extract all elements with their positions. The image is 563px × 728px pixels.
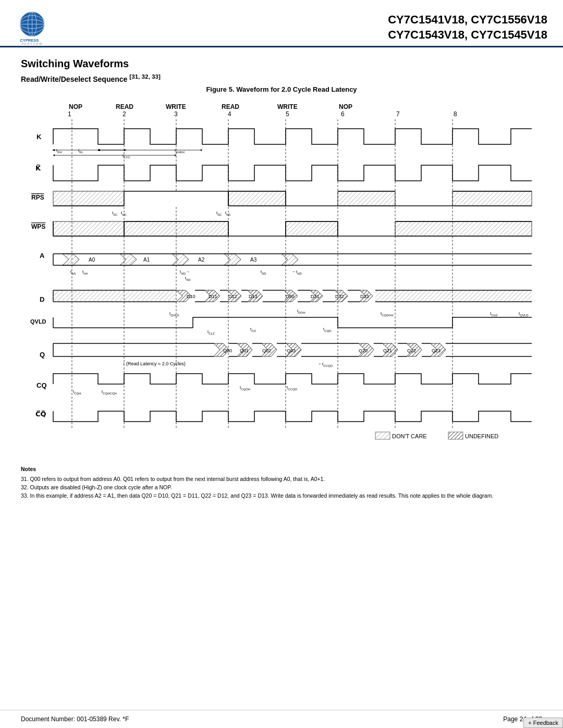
svg-text:Q01: Q01 <box>240 348 249 353</box>
svg-text:K: K <box>36 133 42 141</box>
svg-text:Q: Q <box>40 351 45 359</box>
note-32: 32. Outputs are disabled (High-Z) one cl… <box>21 484 542 492</box>
svg-text:tCYC: tCYC <box>123 153 131 159</box>
svg-text:READ: READ <box>222 103 239 110</box>
svg-rect-71 <box>286 221 338 236</box>
svg-text:tCLZ: tCLZ <box>207 329 215 335</box>
svg-text:Q20: Q20 <box>359 348 368 353</box>
svg-text:↑ (Read Latency = 2.0 Cycles): ↑ (Read Latency = 2.0 Cycles) <box>123 361 186 366</box>
svg-text:D33: D33 <box>360 294 369 299</box>
svg-text:DON'T CARE: DON'T CARE <box>392 433 427 439</box>
note-31: 31. Q00 refers to output from address A0… <box>21 475 542 484</box>
svg-text:tSC: tSC <box>216 211 222 216</box>
svg-text:D30: D30 <box>286 294 295 299</box>
svg-text:A: A <box>40 252 45 260</box>
svg-text:A1: A1 <box>143 257 150 263</box>
svg-rect-114 <box>375 290 532 302</box>
svg-text:RPS: RPS <box>31 194 44 201</box>
document-title: CY7C1541V18, CY7C1556V18 CY7C1543V18, CY… <box>78 13 547 42</box>
svg-text:C̅Q̅: C̅Q̅ <box>35 410 46 418</box>
svg-text:CYPRESS: CYPRESS <box>20 38 39 43</box>
svg-text:WRITE: WRITE <box>166 103 186 110</box>
svg-rect-56 <box>228 191 286 206</box>
page-header: CYPRESS P E R F O R M CY7C1541V18, CY7C1… <box>0 0 563 47</box>
svg-marker-82 <box>172 254 189 265</box>
svg-text:D12: D12 <box>228 294 237 299</box>
svg-text:Q23: Q23 <box>432 348 440 353</box>
svg-text:tDOH: tDOH <box>297 309 305 314</box>
svg-text:3: 3 <box>174 110 178 118</box>
svg-marker-84 <box>224 254 241 265</box>
svg-text:5: 5 <box>286 110 289 118</box>
svg-text:tCQH: tCQH <box>73 389 81 395</box>
subsection-title: Read/Write/Deselect Sequence [31, 32, 33… <box>21 73 542 83</box>
svg-rect-60 <box>452 191 532 206</box>
svg-marker-86 <box>282 254 298 265</box>
svg-text:8: 8 <box>454 110 457 118</box>
svg-text:tSC: tSC <box>112 211 118 216</box>
figure-caption: Figure 5. Waveform for 2.0 Cycle Read La… <box>21 85 542 93</box>
svg-text:D13: D13 <box>249 294 258 299</box>
svg-text:tKH: tKH <box>56 148 62 154</box>
svg-text:D: D <box>40 295 44 303</box>
svg-marker-44 <box>53 154 55 156</box>
waveform-diagram: NOP 1 READ 2 WRITE 3 READ 4 WRITE 5 NOP … <box>21 98 542 455</box>
page-footer: Document Number: 001-05389 Rev. *F Page … <box>0 710 563 728</box>
svg-marker-45 <box>175 154 176 156</box>
svg-text:←tHD: ←tHD <box>292 269 302 275</box>
svg-text:tCQDOH: tCQDOH <box>381 311 394 317</box>
svg-text:D32: D32 <box>335 294 344 299</box>
svg-rect-52 <box>53 191 124 206</box>
title-line1: CY7C1541V18, CY7C1556V18 <box>388 13 547 26</box>
svg-text:D31: D31 <box>311 294 320 299</box>
svg-marker-78 <box>63 254 79 265</box>
svg-text:Q00: Q00 <box>223 348 232 353</box>
svg-text:tSA: tSA <box>70 269 76 275</box>
svg-text:2: 2 <box>123 110 126 118</box>
svg-rect-187 <box>375 432 390 439</box>
section-title: Switching Waveforms <box>21 58 542 70</box>
svg-rect-72 <box>395 221 532 236</box>
svg-rect-58 <box>338 191 395 206</box>
svg-text:CQ: CQ <box>36 381 47 389</box>
svg-text:tCHZ: tCHZ <box>490 311 498 317</box>
svg-text:tCQOH: tCQOH <box>240 385 250 391</box>
svg-text:←tCCQO: ←tCCQO <box>318 362 333 367</box>
svg-text:tKL: tKL <box>78 148 83 154</box>
svg-text:tSD: tSD <box>261 269 266 275</box>
svg-text:K̅: K̅ <box>35 164 41 172</box>
svg-text:WPS: WPS <box>31 223 45 230</box>
main-content: Switching Waveforms Read/Write/Deselect … <box>0 47 563 505</box>
svg-rect-67 <box>53 221 124 236</box>
svg-text:tSD: tSD <box>185 276 191 281</box>
svg-text:tCO: tCO <box>250 327 256 332</box>
svg-marker-49 <box>201 149 202 151</box>
svg-text:tCQHCQH: tCQHCQH <box>102 389 117 395</box>
svg-text:Q22: Q22 <box>407 348 416 353</box>
svg-text:tQVLD: tQVLD <box>519 311 529 317</box>
svg-text:Q03: Q03 <box>287 348 296 353</box>
svg-text:D11: D11 <box>209 294 217 299</box>
feedback-button[interactable]: + Feedback <box>523 718 563 728</box>
svg-text:Q21: Q21 <box>383 348 392 353</box>
document-number: Document Number: 001-05389 Rev. *F <box>21 715 129 723</box>
svg-text:NOP: NOP <box>69 103 82 110</box>
svg-text:P E R F O R M: P E R F O R M <box>22 42 42 45</box>
svg-text:6: 6 <box>341 110 345 118</box>
svg-text:A3: A3 <box>250 257 257 263</box>
svg-text:WRITE: WRITE <box>277 103 298 110</box>
svg-marker-37 <box>52 149 55 151</box>
notes-title: Notes <box>21 465 542 474</box>
note-33: 33. In this example, if address A2 = A1,… <box>21 492 542 500</box>
svg-text:tHA: tHA <box>82 269 88 275</box>
svg-text:A2: A2 <box>198 257 205 263</box>
svg-text:D10: D10 <box>187 294 195 299</box>
svg-rect-189 <box>448 432 463 439</box>
notes-section: Notes 31. Q00 refers to output from addr… <box>21 465 542 500</box>
svg-text:tCCQO: tCCQO <box>287 385 298 391</box>
svg-text:4: 4 <box>228 110 231 118</box>
title-line2: CY7C1543V18, CY7C1545V18 <box>388 28 547 41</box>
svg-text:1: 1 <box>68 110 71 118</box>
svg-text:tCQD: tCQD <box>323 327 332 332</box>
svg-text:Q02: Q02 <box>262 348 271 353</box>
